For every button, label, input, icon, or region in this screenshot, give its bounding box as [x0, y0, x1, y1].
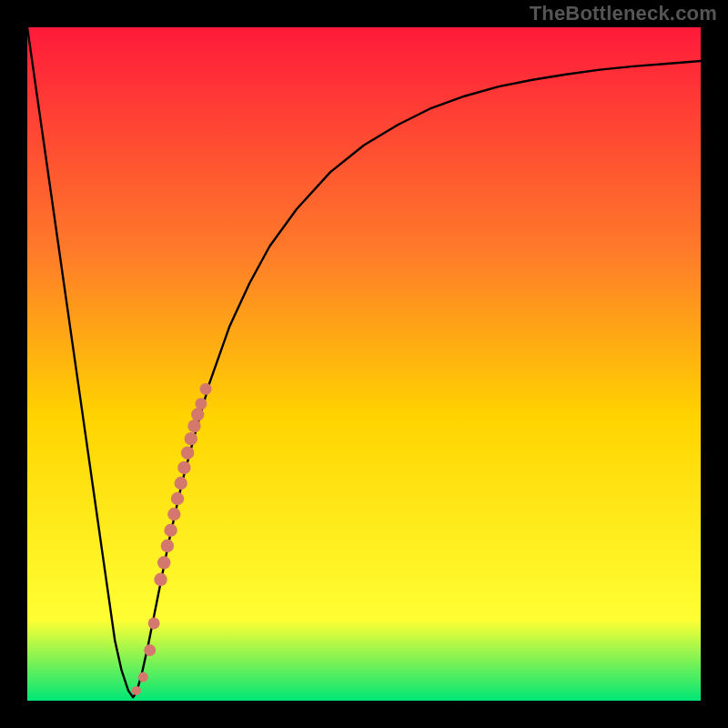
data-dot: [154, 573, 167, 586]
data-dot: [164, 524, 177, 537]
data-dot: [200, 383, 212, 395]
frame-right: [701, 0, 728, 728]
data-dot: [171, 492, 184, 505]
data-dot: [157, 556, 170, 569]
watermark-text: TheBottleneck.com: [530, 2, 717, 25]
data-dot: [138, 672, 148, 682]
data-dot: [191, 408, 204, 420]
gradient-background: [27, 27, 701, 701]
data-dot: [181, 446, 194, 459]
data-dot: [195, 398, 207, 410]
frame-bottom: [0, 701, 728, 728]
data-dot: [132, 686, 141, 695]
data-dot: [167, 508, 180, 521]
data-dot: [187, 420, 200, 432]
data-dot: [148, 617, 160, 629]
chart-frame: { "watermark": "TheBottleneck.com", "col…: [0, 0, 728, 728]
bottleneck-chart: [0, 0, 728, 728]
data-dot: [161, 540, 174, 552]
data-dot: [185, 432, 197, 445]
data-dot: [175, 477, 187, 490]
frame-left: [0, 0, 27, 728]
data-dot: [177, 461, 190, 474]
data-dot: [144, 644, 156, 656]
